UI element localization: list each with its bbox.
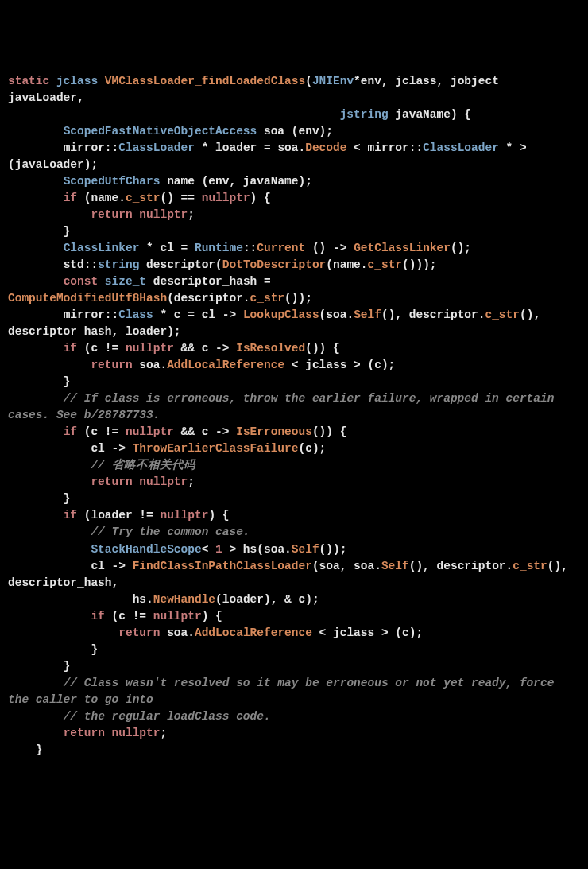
fn-findloaded: VMClassLoader_findLoadedClass: [105, 75, 305, 87]
code-text: (c !=: [105, 610, 153, 623]
code-text: ()));: [402, 258, 437, 271]
fn-cstr: c_str: [485, 308, 520, 321]
type-jnienv: JNIEnv: [312, 75, 354, 87]
fn-findclassinpath: FindClassInPathClassLoader: [133, 560, 312, 572]
comment: // Try the common case.: [91, 526, 250, 538]
type-sizet: size_t: [105, 275, 146, 288]
type-scopedfast: ScopedFastNativeObjectAccess: [64, 125, 257, 138]
code-text: (soa.: [319, 308, 354, 321]
brace: }: [64, 660, 71, 673]
brace: }: [64, 492, 71, 505]
fn-current: Current: [257, 242, 305, 254]
keyword-return: return: [64, 727, 105, 739]
keyword-if: if: [64, 192, 77, 204]
code-text: * loader = soa.: [195, 142, 305, 154]
keyword-return: return: [91, 475, 132, 488]
code-text: (), descriptor.: [409, 560, 513, 572]
keyword-if: if: [64, 342, 77, 355]
code-text: ) {: [208, 509, 229, 522]
keyword-nullptr: nullptr: [160, 509, 208, 522]
comment: // 省略不相关代码: [91, 459, 195, 471]
code-text: () ==: [160, 192, 201, 204]
keyword-if: if: [91, 610, 104, 623]
fn-isresolved: IsResolved: [236, 342, 305, 355]
fn-getclasslinker: GetClassLinker: [354, 242, 451, 254]
code-text: descriptor(: [139, 258, 222, 271]
comment: // If class is erroneous, throw the earl…: [8, 392, 561, 421]
number: 1: [215, 543, 222, 556]
type-string: string: [98, 258, 139, 271]
code-text: < mirror::: [346, 142, 423, 154]
code-text: mirror::: [64, 308, 119, 321]
keyword-if: if: [64, 509, 77, 522]
code-text: (c);: [298, 442, 326, 455]
keyword-nullptr: nullptr: [153, 610, 202, 623]
code-text: ()) {: [312, 425, 347, 438]
type-classlinker: ClassLinker: [64, 242, 140, 254]
type-stackhandle: StackHandleScope: [91, 543, 201, 556]
type-jstring: jstring: [340, 108, 389, 121]
code-text: soa.: [133, 359, 168, 371]
code-text: ) {: [250, 192, 271, 204]
code-text: < jclass > (c);: [284, 359, 395, 371]
keyword-return: return: [91, 359, 132, 371]
code-text: () ->: [305, 242, 354, 254]
code-text: (c !=: [77, 342, 126, 355]
fn-self: Self: [354, 308, 381, 321]
code-text: && c ->: [174, 425, 236, 438]
fn-cstr: c_str: [126, 192, 161, 204]
fn-dottodesc: DotToDescriptor: [222, 258, 327, 271]
keyword-nullptr: nullptr: [202, 192, 250, 204]
keyword-nullptr: nullptr: [139, 208, 188, 221]
code-text: ()) {: [305, 342, 340, 355]
comment: // the regular loadClass code.: [64, 710, 271, 723]
code-text: (), descriptor.: [381, 308, 485, 321]
fn-cstr: c_str: [250, 292, 285, 305]
fn-decode: Decode: [305, 142, 346, 154]
brace: }: [36, 743, 43, 756]
code-text: cl ->: [91, 442, 132, 455]
code-text: * cl =: [139, 242, 195, 254]
keyword-if: if: [64, 425, 77, 438]
fn-cstr: c_str: [513, 560, 547, 572]
code-text: * c = cl ->: [153, 308, 243, 321]
code-text: std::: [64, 258, 99, 271]
code-text: ());: [284, 292, 312, 305]
code-text: ();: [451, 242, 471, 254]
fn-throwearlier: ThrowEarlierClassFailure: [133, 442, 299, 455]
code-text: (loader !=: [77, 509, 160, 522]
keyword-return: return: [91, 208, 132, 221]
code-text: mirror::: [64, 142, 119, 154]
brace: }: [91, 643, 98, 656]
type-scopedutf: ScopedUtfChars: [64, 175, 161, 188]
fn-newhandle: NewHandle: [153, 593, 215, 606]
type-class: Class: [118, 308, 153, 321]
fn-cstr: c_str: [368, 258, 403, 271]
fn-self: Self: [381, 560, 409, 572]
fn-self: Self: [292, 543, 319, 556]
fn-iserroneous: IsErroneous: [236, 425, 312, 438]
keyword-const: const: [64, 275, 99, 288]
keyword-static: static: [8, 75, 49, 87]
code-text: descriptor_hash =: [146, 275, 277, 288]
code-text: && c ->: [174, 342, 236, 355]
fn-lookupclass: LookupClass: [243, 308, 319, 321]
keyword-nullptr: nullptr: [112, 727, 161, 739]
code-text: (loader), & c);: [215, 593, 319, 606]
keyword-nullptr: nullptr: [126, 425, 174, 438]
comment: // Class wasn't resolved so it may be er…: [8, 677, 561, 706]
code-text: javaName) {: [395, 108, 471, 121]
code-text: ::: [243, 242, 257, 254]
brace: }: [64, 225, 71, 238]
type-classloader2: ClassLoader: [423, 142, 499, 154]
keyword-nullptr: nullptr: [126, 342, 174, 355]
fn-computehash: ComputeModifiedUtf8Hash: [8, 292, 167, 305]
code-text: (c !=: [77, 425, 126, 438]
brace: }: [64, 375, 71, 388]
fn-addlocalref: AddLocalReference: [195, 627, 312, 639]
code-text: ) {: [202, 610, 222, 623]
code-block: static jclass VMClassLoader_findLoadedCl…: [8, 73, 580, 758]
keyword-return: return: [118, 627, 160, 639]
code-text: < jclass > (c);: [312, 627, 423, 639]
code-text: name (env, javaName);: [160, 175, 311, 188]
